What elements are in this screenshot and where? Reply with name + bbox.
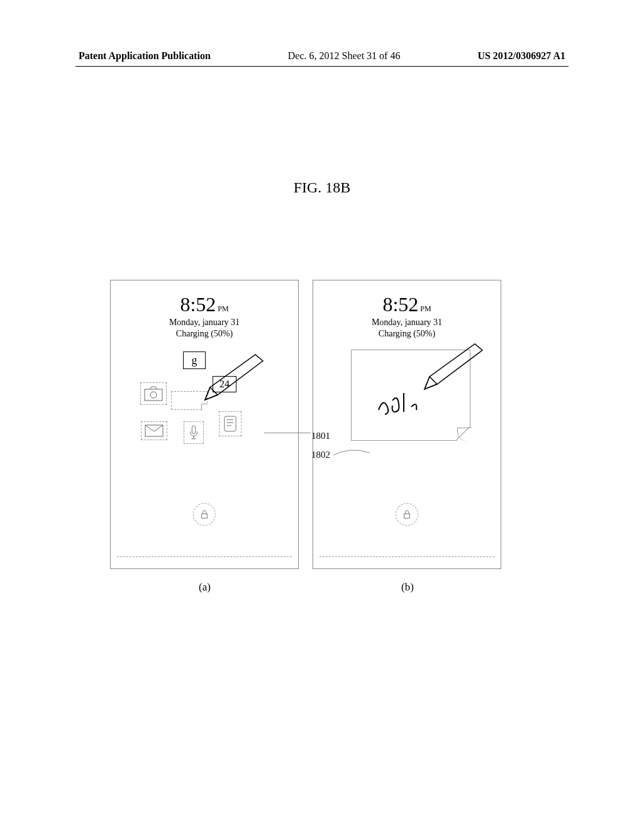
camera-icon (140, 382, 167, 405)
header-center: Dec. 6, 2012 Sheet 31 of 46 (288, 50, 401, 62)
bottom-bar-a (117, 556, 292, 557)
ref-line-1802 (333, 448, 371, 460)
phone-panel-b: 8:52PM Monday, january 31 Charging (50%) (313, 280, 501, 569)
ref-line-1801 (264, 433, 311, 433)
time-suffix-b: PM (420, 304, 431, 313)
ref-1801: 1801 (311, 431, 330, 441)
g-widget: g (183, 351, 206, 369)
page-header: Patent Application Publication Dec. 6, 2… (0, 50, 644, 62)
lock-icon (200, 509, 209, 519)
lock-icon (402, 509, 411, 519)
twentyfour-label: 24 (219, 379, 230, 390)
widget-area-a: g 24 (111, 348, 298, 474)
svg-rect-0 (145, 389, 162, 401)
note-area-b (351, 350, 470, 441)
document-icon (219, 411, 242, 436)
svg-line-12 (430, 377, 437, 384)
sticky-note-a (171, 391, 208, 410)
time-a: 8:52 (180, 293, 216, 316)
lock-button-b (313, 503, 501, 526)
time-suffix-a: PM (218, 304, 228, 313)
date-a: Monday, january 31 (111, 318, 298, 328)
svg-point-1 (150, 392, 157, 398)
time-b: 8:52 (382, 293, 418, 316)
charging-a: Charging (50%) (111, 329, 298, 339)
ref-1802: 1802 (311, 450, 330, 460)
figure-panels: 8:52PM Monday, january 31 Charging (50%)… (110, 280, 501, 569)
time-block-b: 8:52PM Monday, january 31 Charging (50%) (313, 293, 501, 339)
panel-label-b: (b) (401, 581, 414, 594)
header-right: US 2012/0306927 A1 (477, 50, 565, 62)
handwriting-icon (374, 388, 436, 419)
bottom-bar-b (319, 556, 494, 557)
header-left: Patent Application Publication (79, 50, 211, 62)
header-divider (75, 66, 569, 67)
charging-b: Charging (50%) (313, 329, 501, 339)
phone-panel-a: 8:52PM Monday, january 31 Charging (50%)… (110, 280, 299, 569)
figure-label: FIG. 18B (0, 179, 644, 196)
svg-rect-13 (404, 514, 410, 518)
g-label: g (192, 354, 197, 367)
svg-rect-11 (202, 514, 208, 518)
calendar-24-widget: 24 (213, 376, 236, 392)
svg-rect-6 (225, 416, 236, 431)
microphone-icon (184, 421, 204, 444)
time-block-a: 8:52PM Monday, january 31 Charging (50%) (111, 293, 298, 339)
mail-icon (141, 421, 167, 440)
svg-rect-3 (192, 426, 195, 434)
stylus-icon-b (412, 339, 487, 396)
date-b: Monday, january 31 (313, 318, 501, 328)
lock-button-a (111, 503, 298, 526)
panel-label-a: (a) (199, 581, 211, 594)
